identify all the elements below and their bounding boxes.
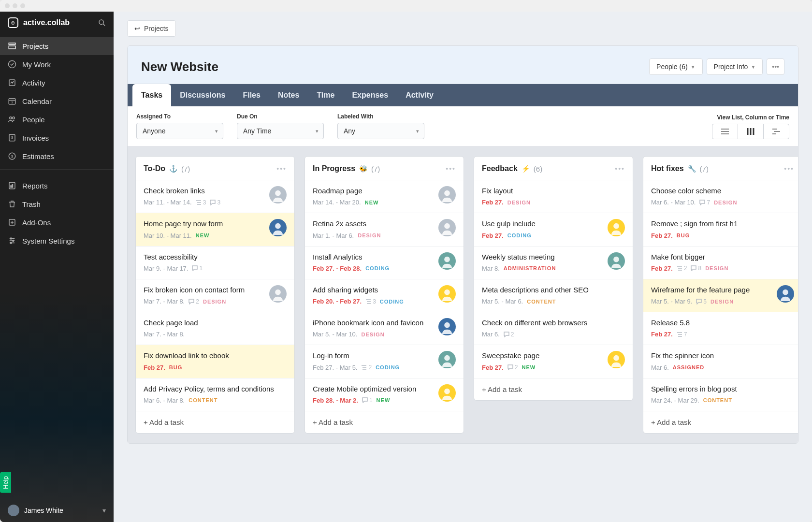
sidebar-item-label: My Work bbox=[22, 60, 51, 69]
sidebar-item-label: Activity bbox=[22, 79, 45, 87]
task-card[interactable]: Add Privacy Policy, terms and conditions… bbox=[136, 378, 294, 411]
tab-notes[interactable]: Notes bbox=[269, 84, 308, 106]
task-card[interactable]: Check page loadMar 7. - Mar 8. bbox=[136, 312, 294, 345]
task-card[interactable]: Make font biggerFeb 27. 2 8 DESIGN bbox=[643, 246, 798, 279]
search-icon[interactable] bbox=[98, 19, 106, 27]
task-card[interactable]: Spelling errors in blog postMar 24. - Ma… bbox=[643, 378, 798, 411]
filter-labeled-select[interactable]: Any bbox=[337, 123, 424, 139]
assignee-avatar-icon bbox=[777, 285, 794, 303]
sidebar-item-people[interactable]: People bbox=[0, 110, 114, 129]
view-column-button[interactable] bbox=[738, 124, 764, 139]
task-card[interactable]: Fix download link to ebookFeb 27. BUG bbox=[136, 345, 294, 378]
assignee-avatar-icon bbox=[608, 351, 625, 368]
filter-due-label: Due On bbox=[237, 113, 324, 120]
task-label: CONTENT bbox=[527, 299, 556, 304]
column-title: In Progress bbox=[313, 164, 355, 173]
project-more-button[interactable]: ••• bbox=[767, 58, 784, 75]
add-task-button[interactable]: + Add a task bbox=[643, 411, 798, 433]
tab-tasks[interactable]: Tasks bbox=[132, 84, 171, 106]
task-card[interactable]: Release 5.8Feb 27. 7 bbox=[643, 312, 798, 345]
task-card[interactable]: iPhone bookmark icon and faviconMar 5. -… bbox=[305, 312, 464, 345]
task-date: Mar 11. - Mar 14. bbox=[144, 199, 192, 206]
comments-icon: 7 bbox=[699, 199, 710, 206]
sidebar-item-trash[interactable]: Trash bbox=[0, 195, 114, 213]
task-date: Feb 27. bbox=[651, 265, 673, 272]
sidebar-item-projects[interactable]: Projects bbox=[0, 37, 114, 55]
column-menu-button[interactable]: ••• bbox=[784, 165, 794, 173]
sidebar-item-reports[interactable]: Reports bbox=[0, 176, 114, 195]
task-card[interactable]: Install AnalyticsFeb 27. - Feb 28. CODIN… bbox=[305, 246, 464, 279]
sidebar-item-activity[interactable]: Activity bbox=[0, 73, 114, 92]
task-meta: Mar 8. ADMINISTRATION bbox=[482, 265, 603, 272]
task-card[interactable]: Test accessibilityMar 9. - Mar 17. 1 bbox=[136, 246, 294, 279]
task-card[interactable]: Check broken linksMar 11. - Mar 14. 3 3 bbox=[136, 180, 294, 213]
task-meta: Feb 27. CODING bbox=[482, 232, 603, 239]
svg-point-4 bbox=[9, 61, 16, 68]
task-date: Feb 27. - Mar 5. bbox=[313, 364, 357, 371]
task-card[interactable]: Remove ; sign from first h1Feb 27. BUG bbox=[643, 213, 798, 246]
window-close-dot[interactable] bbox=[5, 3, 10, 8]
project-info-button[interactable]: Project Info ▼ bbox=[707, 58, 763, 75]
filter-assigned-value: Anyone bbox=[143, 127, 165, 135]
task-title: Meta descriptions and other SEO bbox=[482, 285, 625, 295]
task-card[interactable]: Fix the spinner iconMar 6. ASSIGNED bbox=[643, 345, 798, 378]
task-meta: Mar 14. - Mar 20. NEW bbox=[313, 199, 434, 206]
svg-text:$: $ bbox=[11, 135, 14, 140]
column-menu-button[interactable]: ••• bbox=[446, 165, 456, 173]
task-card[interactable]: Add sharing widgetsFeb 20. - Feb 27. 3 C… bbox=[305, 279, 464, 312]
task-label: ASSIGNED bbox=[673, 364, 704, 370]
tab-discussions[interactable]: Discussions bbox=[171, 84, 234, 106]
assignee-avatar-icon bbox=[438, 384, 456, 402]
sidebar-item-calendar[interactable]: 3Calendar bbox=[0, 92, 114, 110]
kanban-board: To-Do⚓(7)•••Check broken linksMar 11. - … bbox=[128, 146, 798, 443]
subtasks-icon: 2 bbox=[361, 364, 372, 371]
task-card[interactable]: Use gulp includeFeb 27. CODING bbox=[474, 213, 633, 246]
add-task-button[interactable]: + Add a task bbox=[136, 411, 294, 433]
svg-point-54 bbox=[444, 388, 450, 394]
breadcrumb-back-button[interactable]: ↩ Projects bbox=[127, 20, 176, 37]
sidebar-item-add-ons[interactable]: Add-Ons bbox=[0, 213, 114, 232]
column-count: (7) bbox=[700, 165, 709, 173]
add-task-button[interactable]: + Add a task bbox=[305, 411, 464, 433]
window-min-dot[interactable] bbox=[13, 3, 17, 8]
people-button[interactable]: People (6) ▼ bbox=[649, 58, 703, 75]
column-in-progress: In Progress🐝(7)•••Roadmap pageMar 14. - … bbox=[304, 156, 464, 434]
tab-files[interactable]: Files bbox=[234, 84, 269, 106]
task-date: Feb 27. bbox=[482, 232, 504, 239]
tab-expenses[interactable]: Expenses bbox=[343, 84, 397, 106]
sidebar-item-my-work[interactable]: My Work bbox=[0, 55, 114, 73]
task-card[interactable]: Fix broken icon on contact formMar 7. - … bbox=[136, 279, 294, 312]
task-card[interactable]: Choose color schemeMar 6. - Mar 10. 7 DE… bbox=[643, 180, 798, 213]
sidebar-item-estimates[interactable]: $Estimates bbox=[0, 147, 114, 165]
comments-icon: 8 bbox=[691, 265, 701, 272]
filter-due-select[interactable]: Any Time bbox=[237, 123, 324, 139]
task-card[interactable]: Roadmap pageMar 14. - Mar 20. NEW bbox=[305, 180, 464, 213]
task-card[interactable]: Home page try now formMar 10. - Mar 11. … bbox=[136, 213, 294, 246]
task-card[interactable]: Fix layoutFeb 27. DESIGN bbox=[474, 180, 633, 213]
task-card[interactable]: Wireframe for the feature pageMar 5. - M… bbox=[643, 279, 798, 312]
svg-point-0 bbox=[99, 20, 103, 24]
task-card[interactable]: Weekly status meetingMar 8. ADMINISTRATI… bbox=[474, 246, 633, 279]
tab-time[interactable]: Time bbox=[308, 84, 343, 106]
tab-activity[interactable]: Activity bbox=[397, 84, 442, 106]
sidebar-item-system-settings[interactable]: System Settings bbox=[0, 232, 114, 250]
filter-assigned-select[interactable]: Anyone bbox=[136, 123, 223, 139]
filter-labeled-label: Labeled With bbox=[337, 113, 424, 120]
task-card[interactable]: Create Mobile optimized versionFeb 28. -… bbox=[305, 378, 464, 411]
view-time-button[interactable] bbox=[764, 124, 789, 139]
task-card[interactable]: Sweepstake pageFeb 27. 2 NEW bbox=[474, 345, 633, 378]
task-card[interactable]: Retina 2x assetsMar 1. - Mar 6. DESIGN bbox=[305, 213, 464, 246]
view-list-button[interactable] bbox=[712, 124, 738, 139]
task-card[interactable]: Check on different web browsersMar 6. 2 bbox=[474, 312, 633, 345]
brand-logo-icon: ☺ bbox=[8, 17, 18, 28]
column-menu-button[interactable]: ••• bbox=[276, 165, 287, 173]
task-card[interactable]: Log-in formFeb 27. - Mar 5. 2 CODING bbox=[305, 345, 464, 378]
column-menu-button[interactable]: ••• bbox=[615, 165, 625, 173]
sidebar-item-invoices[interactable]: $Invoices bbox=[0, 129, 114, 147]
task-card[interactable]: Meta descriptions and other SEOMar 5. - … bbox=[474, 279, 633, 312]
user-menu[interactable]: James White ▾ bbox=[0, 499, 114, 522]
task-meta: Mar 6. 2 bbox=[482, 331, 625, 338]
help-tab[interactable]: Help bbox=[0, 472, 11, 493]
add-task-button[interactable]: + Add a task bbox=[474, 378, 633, 400]
window-max-dot[interactable] bbox=[20, 3, 25, 8]
